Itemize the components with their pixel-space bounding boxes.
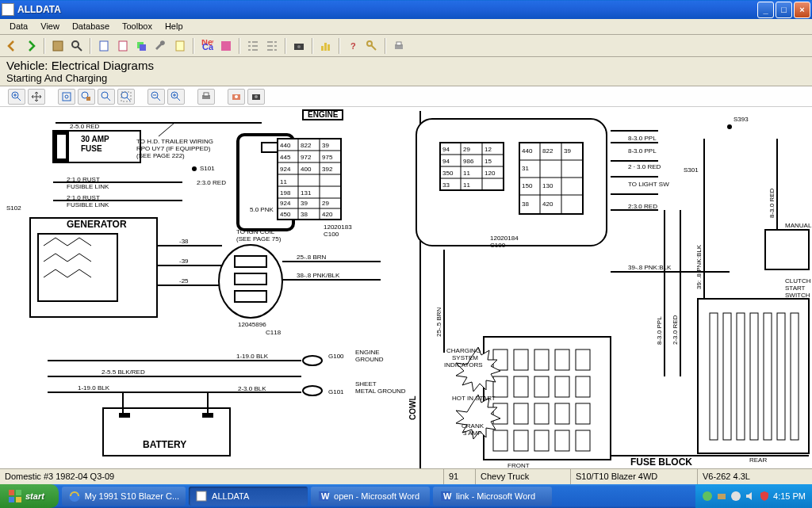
toolbar-help-icon[interactable]: ? [344,37,362,55]
svg-point-139 [727,124,732,129]
label-830ppl-a: 8-3.0 PPL [628,135,657,142]
toolbar-listright-icon[interactable] [263,37,281,55]
label-388pnkblk: 38-.8 PNK/BLK [297,272,340,279]
zoom-in-icon[interactable] [8,89,25,105]
toolbar-key-icon[interactable] [363,37,381,55]
label-ign-coil: TO IGN COIL [236,228,275,235]
label-250red: 2-5.0 RED [70,123,100,130]
task-item-word1[interactable]: W open - Microsoft Word [311,487,430,506]
toolbar-newcar-icon[interactable]: NewCar [198,37,216,55]
task-label-0: My 1991 S10 Blazer C... [85,491,179,501]
tray-volume-icon[interactable] [745,491,756,502]
toolbar-layers-icon[interactable] [133,37,151,55]
svg-point-42 [192,166,197,171]
toolbar-doc2-icon[interactable] [114,37,132,55]
label-230red: 2:3.0 RED [197,179,226,186]
zoom-region-icon[interactable] [78,89,95,105]
svg-point-96 [303,356,322,365]
label-fuse-block: FUSE BLOCK [630,456,692,468]
title-bar: ALLDATA _ □ × [0,0,812,19]
task-label-1: ALLDATA [212,491,249,501]
camera1-icon[interactable] [228,89,245,105]
tray-icon-3[interactable] [730,491,741,502]
tray-icon-1[interactable] [702,491,713,502]
toolbar-disk-icon[interactable] [217,37,235,55]
diagram-canvas[interactable]: ENGINE 30 AMP FUSE 2-5.0 RED TO H.D. TRA… [0,107,812,468]
svg-text:440: 440 [280,142,291,149]
svg-text:INDICATORS: INDICATORS [444,361,483,369]
zoom-fit-icon[interactable] [98,89,115,105]
svg-text:822: 822 [301,142,312,149]
label-830red: 8-3.0 RED [768,188,776,218]
start-button[interactable]: start [0,484,59,508]
svg-rect-13 [324,43,327,51]
svg-text:RPO UY7 (IF EQUIPPED): RPO UY7 (IF EQUIPPED) [136,145,211,152]
svg-text:350: 350 [442,170,454,177]
svg-point-32 [235,95,238,98]
label-trailer-note: TO H.D. TRAILER WIRING [136,138,213,145]
task-item-browser[interactable]: My 1991 S10 Blazer C... [62,487,186,506]
tray-icon-2[interactable] [716,491,727,502]
menu-database[interactable]: Database [66,19,116,34]
toolbar-forward-icon[interactable] [22,37,40,55]
toolbar-print-icon[interactable] [390,37,408,55]
svg-text:15: 15 [485,158,492,165]
svg-rect-145 [765,230,809,269]
label-manual: MANUAL [785,222,812,229]
zoom-in2-icon[interactable] [167,89,185,105]
toolbar-camera-icon[interactable] [290,37,308,55]
svg-rect-3 [119,41,127,51]
tray-clock[interactable]: 4:15 PM [773,491,806,501]
svg-point-34 [255,95,258,98]
pan-icon[interactable] [28,89,45,105]
svg-point-25 [121,92,128,98]
toolbar-notes-icon[interactable] [171,37,189,55]
svg-point-1 [72,41,79,48]
system-tray[interactable]: 4:15 PM [695,484,812,508]
svg-point-192 [703,491,712,501]
svg-text:29: 29 [463,146,470,153]
label-398pnkblk: 39: .8 PNK:BLK [695,244,703,289]
minimize-button[interactable]: _ [757,2,774,18]
svg-text:975: 975 [322,154,333,161]
toolbar-book-icon[interactable] [49,37,67,55]
menu-view[interactable]: View [34,19,66,34]
toolbar-listleft-icon[interactable] [244,37,262,55]
svg-point-24 [102,92,108,98]
connector-table-right-a: 942912 9498615 35011120 3311 [440,143,504,190]
menu-toolbox[interactable]: Toolbox [116,19,159,34]
camera2-icon[interactable] [247,89,265,105]
svg-rect-14 [327,44,330,51]
close-button[interactable]: × [794,2,810,18]
toolbar-doc1-icon[interactable] [95,37,113,55]
svg-text:C100: C100 [324,231,339,238]
label-engine-ground: ENGINE [355,349,380,356]
zoom-out-icon[interactable] [147,89,165,105]
task-item-alldata[interactable]: ALLDATA [189,487,308,506]
tray-shield-icon[interactable] [759,491,770,502]
task-label-3: link - Microsoft Word [456,491,535,501]
menu-bar: Data View Database Toolbox Help [0,19,812,35]
status-year: 91 [444,469,476,484]
toolbar-wrench-icon[interactable] [152,37,170,55]
toolbar-search-icon[interactable] [68,37,86,55]
svg-point-194 [731,491,741,501]
zoom-selection-icon[interactable] [117,89,135,105]
label-119blk: 1-19.0 BLK [236,353,269,360]
print2-icon[interactable] [197,89,215,105]
label-front: FRONT [508,462,530,468]
maximize-button[interactable]: □ [776,2,792,18]
start-label: start [25,491,44,501]
status-engine: V6-262 4.3L [698,469,812,484]
svg-text:822: 822 [542,147,553,155]
menu-help[interactable]: Help [159,19,190,34]
toolbar-back-icon[interactable] [3,37,21,55]
svg-text:94: 94 [442,158,450,165]
task-item-word2[interactable]: W link - Microsoft Word [433,487,552,506]
menu-data[interactable]: Data [3,19,34,34]
svg-text:130: 130 [542,182,553,189]
svg-rect-23 [86,97,90,101]
main-toolbar: NewCar ? [0,35,812,57]
toolbar-chart-icon[interactable] [317,37,335,55]
fit-box-icon[interactable] [58,89,75,105]
